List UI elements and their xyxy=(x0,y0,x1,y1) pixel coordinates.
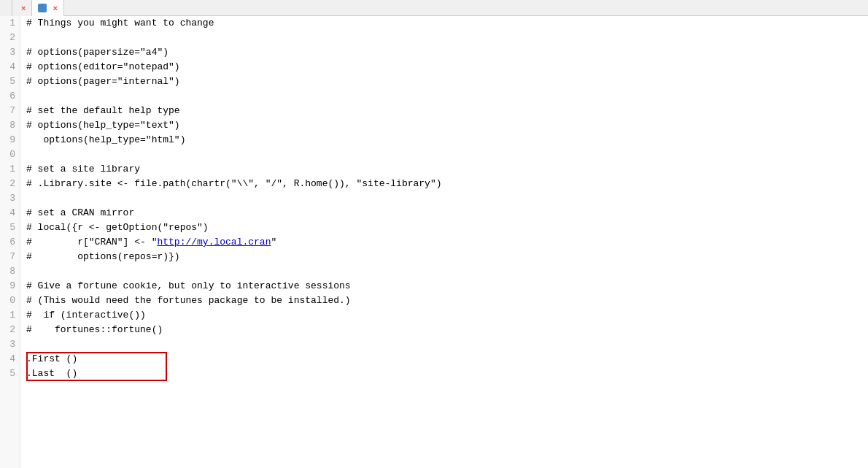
tab-bar: × × xyxy=(0,0,868,16)
tab-txt[interactable]: × xyxy=(12,0,32,16)
code-line: # options(repos=r)}) xyxy=(26,250,868,264)
code-line: # local({r <- getOption("repos") xyxy=(26,220,868,235)
line-number: 5 xyxy=(0,367,20,381)
line-number: 6 xyxy=(0,89,20,104)
line-number: 1 xyxy=(0,162,20,177)
code-line: # options(pager="internal") xyxy=(26,74,868,89)
line-number: 6 xyxy=(0,235,20,250)
line-number: 2 xyxy=(0,177,20,191)
code-line: .Last () xyxy=(26,367,77,381)
code-line xyxy=(26,147,868,162)
code-line: # set a CRAN mirror xyxy=(26,206,868,220)
line-number: 7 xyxy=(0,104,20,118)
code-line xyxy=(26,191,868,206)
code-line xyxy=(26,89,868,104)
line-number: 9 xyxy=(0,279,20,294)
tab-txt-close[interactable]: × xyxy=(21,4,26,12)
code-line: # options(papersize="a4") xyxy=(26,45,868,60)
code-area[interactable]: # Things you might want to change# optio… xyxy=(20,16,868,468)
line-number: 8 xyxy=(0,118,20,133)
line-number: 5 xyxy=(0,220,20,235)
code-line: # fortunes::fortune() xyxy=(26,323,868,337)
line-number: 3 xyxy=(0,45,20,60)
tab-rprofile-close[interactable]: × xyxy=(53,4,57,12)
code-line: # options(editor="notepad") xyxy=(26,60,868,74)
code-line: .First () xyxy=(26,352,77,367)
code-line: # Things you might want to change xyxy=(26,16,868,31)
code-line: options(help_type="html") xyxy=(26,133,868,147)
code-line: # if (interactive()) xyxy=(26,308,868,323)
code-line: # (This would need the fortunes package … xyxy=(26,294,868,308)
line-number: 4 xyxy=(0,60,20,74)
line-number: 3 xyxy=(0,337,20,352)
code-line xyxy=(26,264,868,279)
code-line: # Give a fortune cookie, but only to int… xyxy=(26,279,868,294)
cran-link[interactable]: http://my.local.cran xyxy=(157,237,271,248)
line-number: 5 xyxy=(0,74,20,89)
line-number: 4 xyxy=(0,206,20,220)
code-line: # set a site library xyxy=(26,162,868,177)
highlighted-lines-group: .First ().Last () xyxy=(26,352,77,381)
tab-rprofile-icon xyxy=(38,4,47,12)
line-number: 2 xyxy=(0,31,20,45)
line-numbers: 1234567890123456789012345 xyxy=(0,16,20,468)
code-line xyxy=(26,31,868,45)
line-number: 7 xyxy=(0,250,20,264)
line-number: 0 xyxy=(0,147,20,162)
line-number: 8 xyxy=(0,264,20,279)
code-line: # r["CRAN"] <- "http://my.local.cran" xyxy=(26,235,868,250)
line-number: 1 xyxy=(0,16,20,31)
code-line xyxy=(26,337,868,352)
line-number: 2 xyxy=(0,323,20,337)
editor-container: 1234567890123456789012345 # Things you m… xyxy=(0,16,868,468)
line-number: 3 xyxy=(0,191,20,206)
tab-rprofile[interactable]: × xyxy=(32,0,63,16)
line-number: 0 xyxy=(0,294,20,308)
code-line: # .Library.site <- file.path(chartr("\\"… xyxy=(26,177,868,191)
line-number: 9 xyxy=(0,133,20,147)
code-line: # set the default help type xyxy=(26,104,868,118)
line-number: 4 xyxy=(0,352,20,367)
line-number: 1 xyxy=(0,308,20,323)
code-line: # options(help_type="text") xyxy=(26,118,868,133)
tab-chinese[interactable] xyxy=(0,0,12,16)
